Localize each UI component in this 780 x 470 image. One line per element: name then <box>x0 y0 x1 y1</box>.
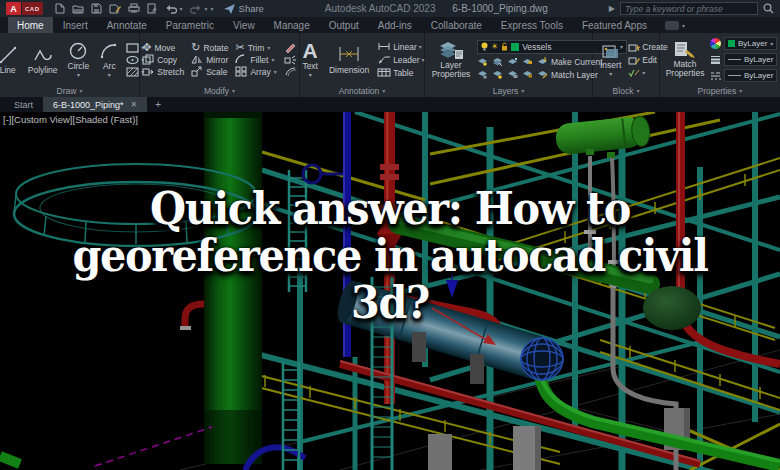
drawing-viewport[interactable]: [-][Custom View][Shaded (Fast)] <box>0 112 780 470</box>
save-icon[interactable] <box>91 3 102 14</box>
dimension-icon <box>337 45 361 65</box>
fillet-tool-button[interactable]: Fillet▾ <box>235 54 276 65</box>
rotate-tool-button[interactable]: ↻Rotate <box>191 42 228 53</box>
ribbon-display-toggle[interactable]: ▾ <box>665 17 685 33</box>
tab-add-ins[interactable]: Add-ins <box>369 17 421 33</box>
tab-annotate[interactable]: Annotate <box>98 17 156 33</box>
edit-block-icon <box>628 56 640 65</box>
linetype-icon <box>710 71 721 80</box>
paper-plane-icon <box>224 4 235 14</box>
new-file-icon[interactable] <box>55 3 65 14</box>
move-tool-button[interactable]: ✥Move <box>142 42 184 53</box>
tab-home[interactable]: Home <box>8 17 53 33</box>
offset-icon <box>284 66 297 77</box>
autocad-window: A CAD ▾ ▾ ▾ Share Autodesk AutoCAD 2023 … <box>0 0 780 470</box>
stretch-tool-button[interactable]: Stretch <box>142 66 184 77</box>
publish-icon[interactable] <box>147 3 158 14</box>
search-input[interactable] <box>620 2 758 15</box>
document-title: 6-B-1000_Piping.dwg <box>452 3 548 14</box>
array-tool-button[interactable]: Array▾ <box>235 66 276 77</box>
match-properties-icon <box>674 41 696 59</box>
leader-button[interactable]: Leader▾ <box>377 55 424 65</box>
layer-thaw-all-icon[interactable] <box>507 70 518 79</box>
search-icon[interactable] <box>763 3 774 14</box>
tab-manage[interactable]: Manage <box>265 17 319 33</box>
layers-panel-label[interactable]: Layers▾ <box>425 84 592 97</box>
erase-tool-button[interactable] <box>284 42 297 53</box>
search-history-icon[interactable]: ▶ <box>609 4 615 13</box>
draw-panel-label[interactable]: Draw▾ <box>0 84 139 97</box>
lineweight-dropdown[interactable]: ByLayer <box>724 53 777 66</box>
color-wheel-icon <box>710 38 721 49</box>
match-properties-button[interactable]: Match Properties <box>664 40 706 79</box>
layer-freeze-icon[interactable] <box>507 57 518 66</box>
tab-express-tools[interactable]: Express Tools <box>492 17 572 33</box>
undo-dropdown-icon[interactable]: ▾ <box>180 5 183 12</box>
trim-tool-button[interactable]: ✂Trim▾ <box>235 42 276 53</box>
tab-output[interactable]: Output <box>320 17 368 33</box>
make-current-icon[interactable] <box>537 57 548 66</box>
redo-icon[interactable] <box>190 3 202 14</box>
open-folder-icon[interactable] <box>72 3 84 14</box>
block-panel-label[interactable]: Block▾ <box>593 84 659 97</box>
ribbon: Line Polyline Circle ▾ Arc ▾ ▾ <box>0 33 780 97</box>
tab-start[interactable]: Start <box>4 97 43 112</box>
qat-customize-icon[interactable]: ▾ <box>211 5 214 12</box>
rotate-icon: ↻ <box>191 42 200 53</box>
panel-modify: ✥Move ↻Rotate ✂Trim▾ Copy Mirror Fillet▾… <box>140 33 300 97</box>
annotation-panel-label[interactable]: Annotation▾ <box>300 84 424 97</box>
edit-attributes-icon <box>628 68 640 77</box>
match-layer-icon[interactable] <box>537 70 548 79</box>
mirror-tool-button[interactable]: Mirror <box>191 54 228 65</box>
panel-properties: Match Properties ByLayer ▾ ByLayer <box>660 33 780 97</box>
plot-icon[interactable] <box>128 3 140 14</box>
scale-tool-button[interactable]: Scale <box>191 66 228 77</box>
layer-unlock-all-icon[interactable] <box>522 70 533 79</box>
undo-icon[interactable] <box>165 3 177 14</box>
match-layer-button[interactable]: Match Layer <box>551 70 598 80</box>
overlay-title-line1: Quick answer: How to <box>31 186 749 233</box>
text-tool-button[interactable]: A Text ▾ <box>299 40 321 79</box>
app-menu-button[interactable]: A CAD <box>6 2 43 15</box>
linetype-dropdown[interactable]: ByLayer <box>724 69 777 82</box>
table-button[interactable]: Table <box>377 68 424 78</box>
layer-on-all-icon[interactable] <box>492 70 503 79</box>
modify-panel-label[interactable]: Modify▾ <box>140 84 299 97</box>
properties-panel-label[interactable]: Properties▾ <box>660 84 780 97</box>
window-title: Autodesk AutoCAD 2023 6-B-1000_Piping.dw… <box>270 3 603 14</box>
lineweight-icon <box>710 55 721 64</box>
fillet-icon <box>235 54 247 65</box>
tab-featured-apps[interactable]: Featured Apps <box>573 17 656 33</box>
explode-tool-button[interactable] <box>284 54 297 65</box>
save-as-icon[interactable] <box>109 3 121 14</box>
object-color-dropdown[interactable]: ByLayer ▾ <box>724 37 777 50</box>
arc-tool-button[interactable]: Arc ▾ <box>96 40 122 79</box>
layer-isolate-icon[interactable] <box>477 57 488 66</box>
copy-tool-button[interactable]: Copy <box>142 54 184 65</box>
panel-layers: Layer Properties ☀ Vessels ▾ <box>425 33 593 97</box>
tab-view[interactable]: View <box>224 17 264 33</box>
layer-properties-button[interactable]: Layer Properties <box>429 39 473 80</box>
insert-block-button[interactable]: Insert ▾ <box>597 41 624 78</box>
new-drawing-tab-button[interactable]: + <box>147 97 169 112</box>
tab-collaborate[interactable]: Collaborate <box>422 17 491 33</box>
tab-document[interactable]: 6-B-1000_Piping*✕ <box>43 97 147 112</box>
offset-tool-button[interactable] <box>284 66 297 77</box>
polyline-tool-button[interactable]: Polyline <box>25 44 61 76</box>
redo-dropdown-icon[interactable]: ▾ <box>205 5 208 12</box>
arc-icon <box>99 41 119 61</box>
circle-tool-button[interactable]: Circle ▾ <box>65 40 93 79</box>
linear-dim-button[interactable]: Linear▾ <box>377 42 424 52</box>
layer-unisolate-icon[interactable] <box>492 57 503 66</box>
close-tab-icon[interactable]: ✕ <box>131 100 138 109</box>
line-tool-button[interactable]: Line <box>0 44 21 76</box>
dimension-tool-button[interactable]: Dimension <box>326 44 372 76</box>
share-button[interactable]: Share <box>224 3 264 14</box>
copy-icon <box>142 54 154 65</box>
tab-parametric[interactable]: Parametric <box>157 17 223 33</box>
color-swatch <box>728 40 735 47</box>
layer-off-icon[interactable] <box>477 70 488 79</box>
tab-insert[interactable]: Insert <box>54 17 97 33</box>
layer-lock-icon[interactable] <box>522 57 533 66</box>
autocad-logo-icon: A <box>6 2 21 15</box>
